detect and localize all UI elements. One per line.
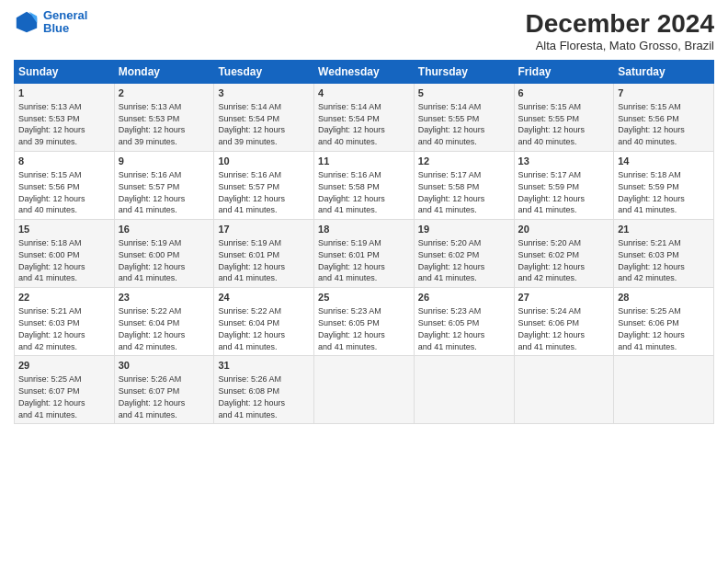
day-info: Sunrise: 5:21 AM Sunset: 6:03 PM Dayligh… (618, 238, 685, 282)
calendar-cell: 30Sunrise: 5:26 AM Sunset: 6:07 PM Dayli… (114, 356, 214, 424)
day-number: 12 (418, 155, 510, 168)
day-number: 9 (119, 155, 210, 168)
calendar-cell: 11Sunrise: 5:16 AM Sunset: 5:58 PM Dayli… (314, 152, 415, 220)
calendar-cell: 14Sunrise: 5:18 AM Sunset: 5:59 PM Dayli… (614, 152, 714, 220)
logo-text: General Blue (43, 9, 87, 36)
calendar-cell: 31Sunrise: 5:26 AM Sunset: 6:08 PM Dayli… (214, 356, 314, 424)
calendar-week-4: 22Sunrise: 5:21 AM Sunset: 6:03 PM Dayli… (15, 288, 714, 356)
calendar-week-2: 8Sunrise: 5:15 AM Sunset: 5:56 PM Daylig… (15, 152, 714, 220)
col-tuesday: Tuesday (214, 61, 314, 84)
calendar-cell: 13Sunrise: 5:17 AM Sunset: 5:59 PM Dayli… (514, 152, 614, 220)
day-number: 21 (618, 223, 710, 236)
day-info: Sunrise: 5:16 AM Sunset: 5:57 PM Dayligh… (218, 170, 285, 214)
day-number: 15 (18, 223, 110, 236)
day-number: 30 (119, 359, 210, 373)
day-number: 7 (618, 86, 710, 100)
day-number: 16 (119, 223, 210, 236)
day-info: Sunrise: 5:15 AM Sunset: 5:56 PM Dayligh… (618, 102, 685, 146)
page: General Blue December 2024 Alta Floresta… (0, 0, 728, 563)
calendar-cell: 12Sunrise: 5:17 AM Sunset: 5:58 PM Dayli… (414, 152, 514, 220)
day-number: 22 (18, 291, 110, 304)
day-number: 26 (418, 291, 510, 304)
day-info: Sunrise: 5:20 AM Sunset: 6:02 PM Dayligh… (518, 238, 586, 282)
calendar-cell: 20Sunrise: 5:20 AM Sunset: 6:02 PM Dayli… (514, 220, 614, 288)
sub-title: Alta Floresta, Mato Grosso, Brazil (526, 39, 714, 52)
day-info: Sunrise: 5:13 AM Sunset: 5:53 PM Dayligh… (119, 102, 186, 146)
day-info: Sunrise: 5:25 AM Sunset: 6:06 PM Dayligh… (618, 306, 685, 350)
day-info: Sunrise: 5:14 AM Sunset: 5:54 PM Dayligh… (318, 102, 385, 146)
day-number: 5 (418, 86, 510, 100)
day-info: Sunrise: 5:22 AM Sunset: 6:04 PM Dayligh… (218, 306, 285, 350)
calendar-cell: 28Sunrise: 5:25 AM Sunset: 6:06 PM Dayli… (614, 288, 714, 356)
calendar-cell: 22Sunrise: 5:21 AM Sunset: 6:03 PM Dayli… (15, 288, 115, 356)
day-info: Sunrise: 5:19 AM Sunset: 6:01 PM Dayligh… (218, 238, 285, 282)
day-info: Sunrise: 5:17 AM Sunset: 5:58 PM Dayligh… (418, 170, 485, 214)
logo-blue: Blue (43, 21, 69, 35)
calendar-cell (314, 356, 415, 424)
main-title: December 2024 (526, 9, 714, 39)
day-number: 4 (318, 86, 410, 100)
day-info: Sunrise: 5:18 AM Sunset: 5:59 PM Dayligh… (618, 170, 685, 214)
day-info: Sunrise: 5:18 AM Sunset: 6:00 PM Dayligh… (18, 238, 85, 282)
col-saturday: Saturday (614, 61, 714, 84)
header: General Blue December 2024 Alta Floresta… (14, 9, 714, 52)
calendar-cell: 25Sunrise: 5:23 AM Sunset: 6:05 PM Dayli… (314, 288, 415, 356)
day-info: Sunrise: 5:21 AM Sunset: 6:03 PM Dayligh… (18, 306, 85, 350)
day-info: Sunrise: 5:14 AM Sunset: 5:55 PM Dayligh… (418, 102, 485, 146)
calendar-cell: 7Sunrise: 5:15 AM Sunset: 5:56 PM Daylig… (614, 84, 714, 152)
calendar-cell: 26Sunrise: 5:23 AM Sunset: 6:05 PM Dayli… (414, 288, 514, 356)
day-number: 19 (418, 223, 510, 236)
title-area: December 2024 Alta Floresta, Mato Grosso… (526, 9, 714, 52)
calendar-cell: 24Sunrise: 5:22 AM Sunset: 6:04 PM Dayli… (214, 288, 314, 356)
day-info: Sunrise: 5:24 AM Sunset: 6:06 PM Dayligh… (518, 306, 586, 350)
col-monday: Monday (114, 61, 214, 84)
day-number: 3 (218, 86, 310, 100)
day-number: 25 (318, 291, 410, 304)
calendar-cell: 10Sunrise: 5:16 AM Sunset: 5:57 PM Dayli… (214, 152, 314, 220)
calendar-cell: 5Sunrise: 5:14 AM Sunset: 5:55 PM Daylig… (414, 84, 514, 152)
day-info: Sunrise: 5:13 AM Sunset: 5:53 PM Dayligh… (18, 102, 85, 146)
calendar-cell: 18Sunrise: 5:19 AM Sunset: 6:01 PM Dayli… (314, 220, 415, 288)
day-number: 14 (618, 155, 710, 168)
calendar-cell: 19Sunrise: 5:20 AM Sunset: 6:02 PM Dayli… (414, 220, 514, 288)
calendar-cell (614, 356, 714, 424)
calendar-cell: 6Sunrise: 5:15 AM Sunset: 5:55 PM Daylig… (514, 84, 614, 152)
logo-general: General (43, 8, 87, 22)
day-info: Sunrise: 5:20 AM Sunset: 6:02 PM Dayligh… (418, 238, 485, 282)
calendar-cell (514, 356, 614, 424)
calendar-week-3: 15Sunrise: 5:18 AM Sunset: 6:00 PM Dayli… (15, 220, 714, 288)
day-number: 27 (518, 291, 610, 304)
col-thursday: Thursday (414, 61, 514, 84)
calendar-week-1: 1Sunrise: 5:13 AM Sunset: 5:53 PM Daylig… (15, 84, 714, 152)
day-info: Sunrise: 5:16 AM Sunset: 5:57 PM Dayligh… (119, 170, 186, 214)
day-info: Sunrise: 5:16 AM Sunset: 5:58 PM Dayligh… (318, 170, 385, 214)
calendar-cell: 1Sunrise: 5:13 AM Sunset: 5:53 PM Daylig… (15, 84, 115, 152)
day-info: Sunrise: 5:15 AM Sunset: 5:55 PM Dayligh… (518, 102, 586, 146)
day-info: Sunrise: 5:26 AM Sunset: 6:08 PM Dayligh… (218, 374, 285, 419)
day-number: 10 (218, 155, 310, 168)
day-info: Sunrise: 5:15 AM Sunset: 5:56 PM Dayligh… (18, 170, 85, 214)
calendar-cell: 21Sunrise: 5:21 AM Sunset: 6:03 PM Dayli… (614, 220, 714, 288)
day-number: 23 (119, 291, 210, 304)
day-info: Sunrise: 5:25 AM Sunset: 6:07 PM Dayligh… (18, 374, 85, 419)
calendar-cell: 16Sunrise: 5:19 AM Sunset: 6:00 PM Dayli… (114, 220, 214, 288)
day-number: 1 (18, 86, 110, 100)
day-number: 6 (518, 86, 610, 100)
calendar-cell: 27Sunrise: 5:24 AM Sunset: 6:06 PM Dayli… (514, 288, 614, 356)
day-number: 8 (18, 155, 110, 168)
calendar-header-row: Sunday Monday Tuesday Wednesday Thursday… (15, 61, 714, 84)
logo: General Blue (14, 9, 87, 36)
day-number: 18 (318, 223, 410, 236)
col-wednesday: Wednesday (314, 61, 415, 84)
calendar-cell: 17Sunrise: 5:19 AM Sunset: 6:01 PM Dayli… (214, 220, 314, 288)
day-number: 11 (318, 155, 410, 168)
day-info: Sunrise: 5:19 AM Sunset: 6:01 PM Dayligh… (318, 238, 385, 282)
day-number: 29 (18, 359, 110, 373)
day-info: Sunrise: 5:19 AM Sunset: 6:00 PM Dayligh… (119, 238, 186, 282)
day-number: 13 (518, 155, 610, 168)
day-number: 28 (618, 291, 710, 304)
calendar-cell: 3Sunrise: 5:14 AM Sunset: 5:54 PM Daylig… (214, 84, 314, 152)
day-info: Sunrise: 5:23 AM Sunset: 6:05 PM Dayligh… (418, 306, 485, 350)
calendar-cell: 4Sunrise: 5:14 AM Sunset: 5:54 PM Daylig… (314, 84, 415, 152)
day-info: Sunrise: 5:26 AM Sunset: 6:07 PM Dayligh… (119, 374, 186, 419)
